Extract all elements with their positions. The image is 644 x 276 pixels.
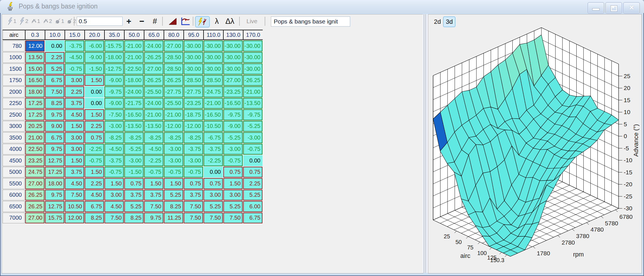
table-cell[interactable]: -0.75 [144, 167, 163, 178]
table-cell[interactable]: 12.75 [45, 201, 64, 212]
table-cell[interactable]: 1.50 [85, 109, 104, 120]
table-cell[interactable]: -3.75 [104, 155, 124, 166]
decrement-button[interactable]: − [136, 16, 147, 26]
table-cell[interactable]: 6.75 [45, 132, 64, 143]
table-cell[interactable]: 23.25 [25, 155, 44, 166]
table-cell[interactable]: 21.00 [25, 132, 44, 143]
table-cell[interactable]: -28.50 [164, 52, 183, 63]
table-cell[interactable]: -26.25 [164, 75, 183, 86]
table-cell[interactable]: 27.00 [25, 178, 44, 189]
table-cell[interactable]: 3.00 [104, 190, 124, 201]
table-cell[interactable]: -8.25 [144, 132, 163, 143]
table-cell[interactable]: 18.00 [45, 178, 64, 189]
table-cell[interactable]: 7.50 [104, 213, 124, 224]
row-header[interactable]: 1500 [3, 63, 25, 74]
caret-1-icon[interactable]: 1 [30, 16, 41, 26]
table-cell[interactable]: -4.50 [65, 52, 84, 63]
table-cell[interactable]: 7.50 [65, 190, 84, 201]
table-cell[interactable]: -3.00 [223, 144, 243, 155]
table-cell[interactable]: -21.00 [144, 109, 163, 120]
table-cell[interactable]: -21.00 [204, 98, 223, 109]
table-cell[interactable]: 0.00 [243, 155, 262, 166]
table-cell[interactable]: 4.50 [65, 178, 84, 189]
table-cell[interactable]: -5.25 [124, 144, 144, 155]
table-cell[interactable]: 3.75 [65, 167, 84, 178]
table-cell[interactable]: -21.00 [124, 52, 144, 63]
table-cell[interactable]: -30.00 [204, 52, 223, 63]
table-cell[interactable]: -16.50 [223, 98, 243, 109]
table-cell[interactable]: 9.75 [144, 213, 163, 224]
table-cell[interactable]: -1.50 [85, 63, 104, 74]
row-header[interactable]: 780 [3, 40, 25, 52]
table-cell[interactable]: -18.00 [124, 75, 144, 86]
table-cell[interactable]: 3.75 [184, 190, 203, 201]
table-cell[interactable]: 3.00 [65, 75, 84, 86]
table-cell[interactable]: 26.25 [25, 201, 44, 212]
table-cell[interactable]: -16.50 [124, 109, 144, 120]
table-cell[interactable]: -0.75 [85, 155, 104, 166]
table-cell[interactable]: -30.00 [243, 52, 262, 63]
plug-pencil-1-icon[interactable]: 1 [54, 16, 65, 26]
table-cell[interactable]: -21.00 [164, 109, 183, 120]
bolt-1-icon[interactable]: 1 [7, 16, 17, 26]
table-cell[interactable]: 8.25 [85, 213, 104, 224]
table-cell[interactable]: 8.25 [164, 201, 183, 212]
col-header[interactable]: 15.0 [65, 30, 84, 39]
bolt-2-icon[interactable]: 2 [18, 16, 29, 26]
table-cell[interactable]: -30.00 [223, 52, 243, 63]
table-cell[interactable]: -23.25 [223, 86, 243, 97]
table-cell[interactable]: -24.00 [124, 86, 144, 97]
table-cell[interactable]: 1.50 [164, 178, 183, 189]
table-cell[interactable]: 1.50 [85, 167, 104, 178]
table-cell[interactable]: 7.50 [184, 201, 203, 212]
table-cell[interactable]: 0.75 [85, 132, 104, 143]
table-cell[interactable]: 20.25 [25, 121, 44, 132]
table-cell[interactable]: -2.25 [144, 155, 163, 166]
table-cell[interactable]: -9.75 [104, 86, 124, 97]
table-cell[interactable]: -0.75 [184, 167, 203, 178]
col-header[interactable]: 35.0 [104, 30, 124, 39]
table-cell[interactable]: 9.75 [45, 144, 64, 155]
table-cell[interactable]: -6.75 [204, 132, 223, 143]
table-cell[interactable]: 0.75 [124, 178, 144, 189]
table-cell[interactable]: -0.75 [104, 167, 124, 178]
col-header[interactable]: 110.0 [203, 30, 223, 39]
table-cell[interactable]: 3.00 [65, 144, 84, 155]
table-cell[interactable]: -3.00 [104, 121, 124, 132]
table-cell[interactable]: -9.75 [223, 109, 243, 120]
table-cell[interactable]: -24.00 [144, 98, 163, 109]
table-cell[interactable]: -13.50 [144, 121, 163, 132]
col-header[interactable]: 130.0 [223, 30, 243, 39]
table-cell[interactable]: 0.75 [204, 178, 223, 189]
table-cell[interactable]: -4.50 [144, 144, 163, 155]
view-2d-button[interactable]: 2d [431, 16, 444, 27]
table-cell[interactable]: -3.00 [184, 155, 203, 166]
table-cell[interactable]: -3.75 [65, 40, 84, 52]
table-cell[interactable]: 17.25 [25, 109, 44, 120]
table-cell[interactable]: 1.50 [104, 178, 124, 189]
table-cell[interactable]: -8.25 [184, 132, 203, 143]
row-header[interactable]: 2000 [3, 86, 25, 97]
table-cell[interactable]: -25.50 [144, 86, 163, 97]
table-cell[interactable]: -5.25 [243, 121, 262, 132]
table-cell[interactable]: 1.50 [85, 75, 104, 86]
col-header[interactable]: 20.0 [84, 30, 104, 39]
table-cell[interactable]: 2.25 [85, 121, 104, 132]
table-cell[interactable]: 15.00 [25, 63, 44, 74]
view-3d-button[interactable]: 3d [443, 16, 455, 27]
table-cell[interactable]: 2.25 [65, 86, 84, 97]
table-cell[interactable]: 6.75 [45, 75, 64, 86]
table-cell[interactable]: -24.00 [144, 40, 163, 52]
table-cell[interactable]: 1.50 [223, 178, 243, 189]
panel-splitter[interactable] [423, 14, 428, 273]
table-cell[interactable]: -21.00 [243, 86, 262, 97]
table-cell[interactable]: 2.25 [243, 178, 262, 189]
row-header[interactable]: 1750 [3, 75, 25, 86]
row-header[interactable]: 2500 [3, 109, 25, 120]
table-cell[interactable]: -12.75 [104, 63, 124, 74]
row-header[interactable]: 6500 [3, 201, 25, 212]
row-header[interactable]: 2250 [3, 98, 25, 109]
table-cell[interactable]: -23.25 [184, 98, 203, 109]
table-cell[interactable]: -18.00 [104, 52, 124, 63]
table-cell[interactable]: -28.50 [184, 75, 203, 86]
